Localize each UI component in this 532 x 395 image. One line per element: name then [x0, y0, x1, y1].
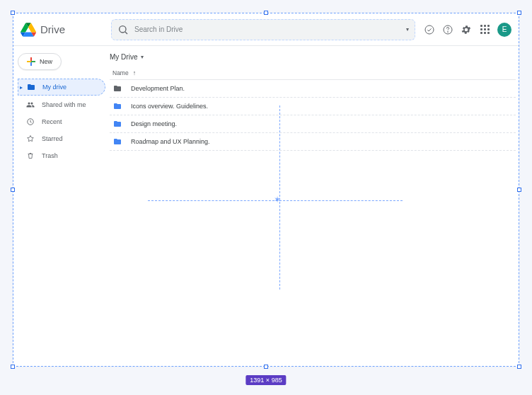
folder-icon: [112, 102, 122, 110]
search-bar[interactable]: ▾: [111, 19, 415, 40]
sidebar-item-label: Recent: [42, 118, 62, 125]
sidebar-item-my-drive[interactable]: ▸ My drive: [18, 79, 105, 96]
svg-point-2: [425, 25, 434, 34]
file-name: Icons overview. Guidelines.: [131, 103, 208, 110]
breadcrumb-current: My Drive: [110, 53, 137, 61]
file-name: Design meeting.: [131, 120, 177, 127]
folder-icon: [27, 83, 35, 91]
apps-grid-icon[interactable]: [479, 24, 490, 35]
sidebar-item-label: Starred: [42, 135, 63, 142]
resize-handle[interactable]: [11, 188, 15, 192]
design-frame: ✶ Drive ▾: [13, 13, 519, 367]
chevron-down-icon: ▾: [141, 54, 144, 60]
drive-logo-icon: [21, 22, 36, 38]
file-row[interactable]: Icons overview. Guidelines.: [110, 98, 516, 115]
resize-handle[interactable]: [517, 11, 521, 15]
app-name: Drive: [40, 23, 65, 35]
sidebar-item-label: Shared with me: [42, 101, 86, 108]
file-row[interactable]: Design meeting.: [110, 115, 516, 133]
svg-line-1: [125, 32, 127, 34]
file-name: Development Plan.: [131, 85, 185, 92]
svg-point-0: [120, 25, 126, 32]
main-content: My Drive ▾ Name ↑ Development Plan.Icons…: [110, 46, 519, 366]
app-logo[interactable]: Drive: [21, 22, 111, 38]
folder-icon: [112, 84, 122, 93]
new-button-label: New: [40, 58, 52, 65]
avatar[interactable]: E: [497, 23, 511, 37]
help-icon[interactable]: [442, 24, 453, 35]
sidebar-item-label: Trash: [42, 152, 58, 159]
app-header: Drive ▾ E: [13, 13, 519, 46]
trash-icon: [26, 151, 35, 160]
file-row[interactable]: Roadmap and UX Planning.: [110, 133, 516, 151]
column-header-label: Name: [112, 69, 129, 76]
sidebar: New ▸ My drive Shared with me Recent: [13, 46, 110, 366]
file-list: Development Plan.Icons overview. Guideli…: [110, 80, 516, 151]
folder-icon: [112, 120, 122, 128]
ready-offline-icon[interactable]: [424, 24, 435, 35]
search-options-icon[interactable]: ▾: [406, 26, 409, 33]
sidebar-item-trash[interactable]: Trash: [18, 148, 105, 164]
frame-size-badge: 1391 × 985: [245, 375, 286, 385]
resize-handle[interactable]: [264, 11, 268, 15]
gear-icon[interactable]: [461, 24, 472, 35]
resize-handle[interactable]: [11, 365, 15, 369]
breadcrumb[interactable]: My Drive ▾: [110, 53, 516, 68]
sort-asc-icon: ↑: [133, 69, 137, 76]
search-input[interactable]: [134, 25, 400, 33]
file-name: Roadmap and UX Planning.: [131, 138, 210, 145]
new-button[interactable]: New: [18, 53, 62, 70]
folder-icon: [112, 137, 122, 146]
file-row[interactable]: Development Plan.: [110, 80, 516, 98]
sidebar-item-label: My drive: [42, 84, 66, 91]
search-icon: [117, 24, 129, 35]
svg-point-4: [448, 31, 449, 32]
people-icon: [26, 101, 35, 109]
chevron-right-icon[interactable]: ▸: [20, 84, 23, 91]
plus-icon: [27, 57, 35, 66]
resize-handle[interactable]: [11, 11, 15, 15]
sidebar-item-recent[interactable]: Recent: [18, 114, 105, 130]
star-icon: [26, 134, 35, 143]
clock-icon: [26, 118, 35, 126]
sidebar-item-starred[interactable]: Starred: [18, 131, 105, 147]
sidebar-item-shared[interactable]: Shared with me: [18, 97, 105, 113]
column-header-name[interactable]: Name ↑: [110, 68, 516, 80]
